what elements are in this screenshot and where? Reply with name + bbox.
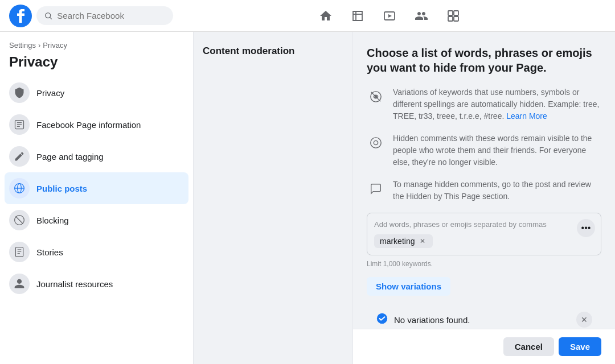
info-text-variations: Variations of keywords that use numbers,…: [393, 86, 601, 122]
learn-more-link[interactable]: Learn More: [506, 111, 547, 121]
journalist-icon: [9, 274, 30, 294]
sidebar-item-privacy[interactable]: Privacy: [5, 77, 188, 109]
page-layout: Settings › Privacy Privacy Privacy Faceb…: [0, 32, 615, 364]
search-input[interactable]: [57, 11, 165, 20]
info-text-manage-hidden: To manage hidden comments, go to the pos…: [393, 179, 601, 202]
blocking-icon: [9, 210, 30, 230]
breadcrumb-separator: ›: [38, 41, 40, 49]
keyword-placeholder: Add words, phrases or emojis separated b…: [374, 220, 594, 229]
sidebar-item-page-info-label: Facebook Page information: [36, 120, 141, 130]
nav-groups-button[interactable]: [408, 2, 435, 30]
public-posts-icon: [9, 178, 30, 198]
close-variations-button[interactable]: ✕: [576, 312, 592, 328]
more-options-button[interactable]: •••: [577, 219, 595, 237]
nav-center: [173, 2, 606, 30]
svg-point-24: [371, 138, 381, 148]
close-icon: ✕: [581, 315, 588, 324]
variations-result-inner: No variations found.: [376, 312, 470, 328]
nav-menu-button[interactable]: [440, 2, 467, 30]
variations-result: No variations found. ✕: [367, 305, 601, 329]
sidebar-item-public-posts[interactable]: Public posts: [5, 172, 188, 204]
sidebar-item-public-posts-label: Public posts: [36, 184, 87, 193]
cancel-button[interactable]: Cancel: [503, 337, 554, 356]
sidebar-title: Privacy: [5, 52, 188, 77]
check-circle-icon: [376, 312, 388, 328]
info-row-variations: Variations of keywords that use numbers,…: [367, 86, 601, 122]
sidebar-item-privacy-label: Privacy: [36, 88, 64, 98]
sidebar-item-stories-label: Stories: [36, 247, 63, 257]
sidebar-item-page-info[interactable]: Facebook Page information: [5, 109, 188, 140]
svg-line-2: [50, 17, 52, 19]
variations-no-results-text: No variations found.: [394, 315, 470, 325]
nav-pages-button[interactable]: [344, 2, 371, 30]
section-title: Content moderation: [203, 46, 343, 57]
stories-icon: [9, 242, 30, 262]
search-bar[interactable]: [36, 6, 173, 25]
svg-rect-5: [448, 11, 453, 15]
svg-rect-7: [448, 16, 453, 21]
variations-icon: [367, 88, 385, 106]
page-tagging-icon: [9, 146, 30, 167]
sidebar-item-page-tagging-label: Page and tagging: [36, 152, 104, 162]
panel-heading: Choose a list of words, phrases or emoji…: [367, 46, 601, 75]
sidebar-item-page-tagging[interactable]: Page and tagging: [5, 140, 188, 172]
sidebar-item-stories[interactable]: Stories: [5, 236, 188, 268]
show-variations-button[interactable]: Show variations: [367, 277, 450, 296]
right-panel-wrapper: Choose a list of words, phrases or emoji…: [353, 32, 615, 364]
top-navigation: [0, 0, 615, 32]
breadcrumb: Settings › Privacy: [5, 41, 188, 52]
info-row-manage-hidden: To manage hidden comments, go to the pos…: [367, 179, 601, 202]
svg-line-17: [16, 217, 23, 224]
save-button[interactable]: Save: [559, 337, 601, 356]
svg-rect-18: [15, 247, 23, 257]
search-icon: [44, 11, 52, 20]
breadcrumb-settings-link[interactable]: Settings: [9, 41, 36, 49]
keyword-limit: Limit 1,000 keywords.: [367, 260, 601, 268]
sidebar: Settings › Privacy Privacy Privacy Faceb…: [0, 32, 194, 364]
keyword-area: Add words, phrases or emojis separated b…: [367, 213, 601, 255]
privacy-icon: [9, 82, 30, 103]
breadcrumb-current: Privacy: [43, 41, 67, 49]
main-content: Content moderation Choose a list of word…: [194, 32, 615, 364]
keyword-tag-marketing: marketing ✕: [374, 234, 433, 248]
info-row-hidden-comments: Hidden comments with these words remain …: [367, 133, 601, 168]
keyword-tag-label: marketing: [380, 237, 415, 246]
sidebar-item-journalist[interactable]: Journalist resources: [5, 268, 188, 300]
nav-watch-button[interactable]: [376, 2, 403, 30]
middle-column: Content moderation: [194, 32, 353, 364]
keyword-tag-remove[interactable]: ✕: [418, 237, 427, 246]
sidebar-item-journalist-label: Journalist resources: [36, 279, 113, 289]
hidden-comments-icon: [367, 134, 385, 152]
svg-point-25: [374, 140, 378, 144]
keyword-tags: marketing ✕: [374, 234, 594, 248]
manage-hidden-icon: [367, 180, 385, 198]
svg-rect-8: [454, 16, 458, 21]
sidebar-item-blocking-label: Blocking: [36, 216, 69, 225]
sidebar-item-blocking[interactable]: Blocking: [5, 204, 188, 236]
nav-home-button[interactable]: [312, 2, 339, 30]
facebook-logo-icon[interactable]: [9, 5, 32, 27]
right-panel: Choose a list of words, phrases or emoji…: [353, 32, 615, 329]
svg-marker-4: [388, 14, 392, 18]
svg-rect-6: [454, 11, 458, 15]
page-info-icon: [9, 114, 30, 135]
bottom-action-bar: Cancel Save: [353, 329, 615, 364]
info-text-hidden-comments: Hidden comments with these words remain …: [393, 133, 601, 168]
more-dots-icon: •••: [581, 223, 591, 233]
